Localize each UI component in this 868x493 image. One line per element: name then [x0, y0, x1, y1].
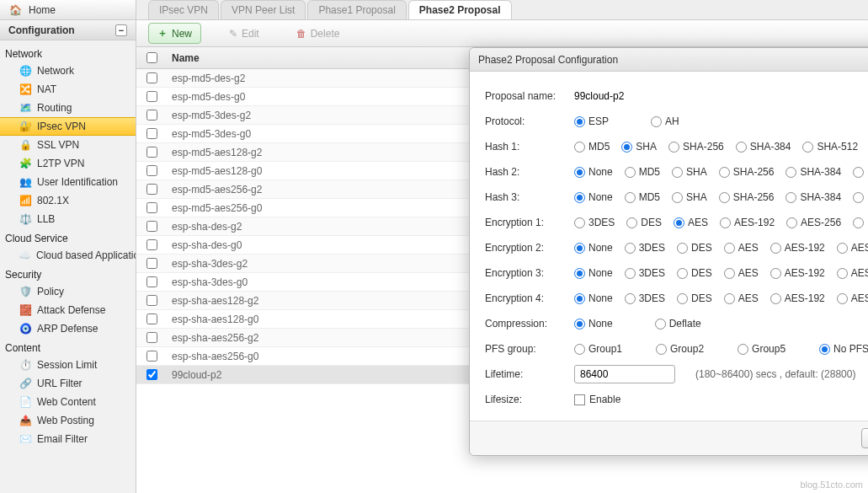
- encryption4-option-aes-256[interactable]: AES-256: [837, 292, 868, 304]
- encryption1-option-des[interactable]: DES: [626, 217, 662, 228]
- row-checkbox[interactable]: [146, 369, 157, 380]
- sidebar-item-ssl-vpn[interactable]: 🔒SSL VPN: [0, 136, 136, 154]
- hash3-option-sha-256[interactable]: SHA-256: [719, 191, 775, 203]
- row-checkbox[interactable]: [146, 110, 157, 121]
- row-checkbox[interactable]: [146, 91, 157, 102]
- encryption2-option-3des[interactable]: 3DES: [625, 242, 665, 254]
- hash1-option-sha-384[interactable]: SHA-384: [736, 141, 791, 153]
- sidebar-item-arp-defense[interactable]: 🧿ARP Defense: [0, 319, 136, 338]
- row-checkbox[interactable]: [146, 295, 157, 306]
- encryption2-option-aes-192[interactable]: AES-192: [770, 242, 825, 254]
- sidebar-item-session-limit[interactable]: ⏱️Session Limit: [0, 356, 136, 374]
- sidebar-item-cloud-based-application[interactable]: ☁️Cloud based Application: [0, 246, 136, 265]
- protocol-option-esp[interactable]: ESP: [574, 115, 609, 127]
- tab-phase1-proposal[interactable]: Phase1 Proposal: [307, 0, 406, 19]
- sidebar-item-web-content[interactable]: 📄Web Content: [0, 393, 136, 411]
- edit-button[interactable]: ✎ Edit: [220, 24, 269, 43]
- encryption2-option-aes-256[interactable]: AES-256: [837, 242, 868, 254]
- hash2-option-sha-384[interactable]: SHA-384: [785, 166, 841, 178]
- sidebar-item-network[interactable]: 🌐Network: [0, 62, 136, 80]
- hash3-option-sha[interactable]: SHA: [672, 191, 707, 203]
- hash1-option-sha[interactable]: SHA: [621, 141, 657, 153]
- compression-option-none[interactable]: None: [574, 318, 613, 330]
- encryption4-option-3des[interactable]: 3DES: [625, 292, 665, 304]
- sidebar-item-ipsec-vpn[interactable]: 🔐IPsec VPN: [0, 117, 136, 136]
- encryption4-option-none[interactable]: None: [574, 292, 613, 304]
- encryption3-option-aes-192[interactable]: AES-192: [770, 267, 825, 279]
- row-checkbox[interactable]: [146, 258, 157, 269]
- row-checkbox[interactable]: [146, 184, 157, 195]
- sidebar-item-802-1x[interactable]: 📶802.1X: [0, 191, 136, 210]
- encryption4-option-des[interactable]: DES: [677, 292, 712, 304]
- encryption2-option-des[interactable]: DES: [677, 242, 712, 254]
- hash3-option-md5[interactable]: MD5: [625, 191, 660, 203]
- encryption1-option-aes[interactable]: AES: [674, 217, 708, 228]
- hash2-option-sha-256[interactable]: SHA-256: [719, 166, 775, 178]
- pfs-group-option-group2[interactable]: Group2: [656, 343, 704, 355]
- select-all-checkbox[interactable]: [146, 52, 157, 63]
- row-checkbox[interactable]: [146, 276, 157, 287]
- pfs-group-option-group5[interactable]: Group5: [738, 343, 785, 355]
- collapse-button[interactable]: −: [115, 24, 127, 36]
- encryption1-option-aes-256[interactable]: AES-256: [786, 217, 841, 228]
- row-checkbox[interactable]: [146, 351, 157, 362]
- encryption3-option-des[interactable]: DES: [677, 267, 712, 279]
- sidebar-item-routing[interactable]: 🗺️Routing: [0, 99, 136, 117]
- sidebar-item-web-posting[interactable]: 📤Web Posting: [0, 411, 136, 430]
- lifesize-enable[interactable]: Enable: [574, 394, 620, 405]
- delete-button[interactable]: 🗑 Delete: [287, 24, 349, 43]
- hash2-option-sha-512[interactable]: SHA-512: [853, 166, 868, 178]
- encryption3-option-none[interactable]: None: [574, 267, 613, 279]
- row-checkbox[interactable]: [146, 332, 157, 343]
- row-checkbox[interactable]: [146, 221, 157, 232]
- hash3-option-sha-512[interactable]: SHA-512: [853, 191, 868, 203]
- column-name[interactable]: Name: [167, 52, 200, 64]
- sidebar-item-nat[interactable]: 🔀NAT: [0, 80, 136, 99]
- row-checkbox[interactable]: [146, 147, 157, 158]
- hash1-option-sha-512[interactable]: SHA-512: [802, 141, 858, 153]
- encryption4-option-aes-192[interactable]: AES-192: [770, 292, 825, 304]
- hash1-option-md5[interactable]: MD5: [574, 141, 610, 153]
- lifetime-input[interactable]: [574, 365, 675, 383]
- pfs-group-option-no-pfs[interactable]: No PFS: [819, 343, 868, 355]
- sidebar-item-attack-defense[interactable]: 🧱Attack Defense: [0, 301, 136, 319]
- hash2-option-sha[interactable]: SHA: [672, 166, 707, 178]
- hash2-option-none[interactable]: None: [574, 166, 613, 178]
- sidebar-item-llb[interactable]: ⚖️LLB: [0, 210, 136, 228]
- row-checkbox-cell: [136, 110, 167, 121]
- sidebar-item-url-filter[interactable]: 🔗URL Filter: [0, 374, 136, 393]
- row-checkbox[interactable]: [146, 313, 157, 324]
- hash2-option-md5[interactable]: MD5: [625, 166, 660, 178]
- encryption1-option-3des[interactable]: 3DES: [574, 217, 615, 228]
- tab-vpn-peer-list[interactable]: VPN Peer List: [221, 0, 306, 19]
- tab-phase2-proposal[interactable]: Phase2 Proposal: [408, 0, 512, 19]
- encryption4-option-aes[interactable]: AES: [724, 292, 759, 304]
- ok-button[interactable]: OK: [861, 428, 868, 448]
- new-button[interactable]: ＋ New: [148, 23, 201, 44]
- row-checkbox[interactable]: [146, 72, 157, 83]
- compression-option-deflate[interactable]: Deflate: [655, 318, 701, 330]
- hash1-label: Hash 1:: [485, 141, 574, 153]
- hash3-option-sha-384[interactable]: SHA-384: [785, 191, 841, 203]
- encryption2-option-aes[interactable]: AES: [724, 242, 759, 254]
- pfs-group-option-group1[interactable]: Group1: [574, 343, 622, 355]
- encryption3-option-aes-256[interactable]: AES-256: [837, 267, 868, 279]
- sidebar-item-user-identification[interactable]: 👥User Identification: [0, 173, 136, 191]
- encryption3-option-3des[interactable]: 3DES: [625, 267, 665, 279]
- encryption1-option-aes-192[interactable]: AES-192: [720, 217, 775, 228]
- sidebar-item-l2tp-vpn[interactable]: 🧩L2TP VPN: [0, 154, 136, 173]
- row-checkbox[interactable]: [146, 239, 157, 250]
- sidebar-item-policy[interactable]: 🛡️Policy: [0, 282, 136, 301]
- hash1-option-sha-256[interactable]: SHA-256: [668, 141, 724, 153]
- hash3-option-none[interactable]: None: [574, 191, 613, 203]
- protocol-option-ah[interactable]: AH: [651, 115, 679, 127]
- sidebar-item-email-filter[interactable]: ✉️Email Filter: [0, 430, 136, 448]
- row-checkbox[interactable]: [146, 128, 157, 139]
- encryption2-option-none[interactable]: None: [574, 242, 613, 254]
- row-checkbox[interactable]: [146, 165, 157, 176]
- encryption1-option-null[interactable]: NULL: [853, 217, 868, 228]
- encryption3-option-aes[interactable]: AES: [724, 267, 759, 279]
- tab-ipsec-vpn[interactable]: IPsec VPN: [148, 0, 219, 19]
- row-checkbox[interactable]: [146, 202, 157, 213]
- home-button[interactable]: 🏠 Home: [0, 0, 136, 20]
